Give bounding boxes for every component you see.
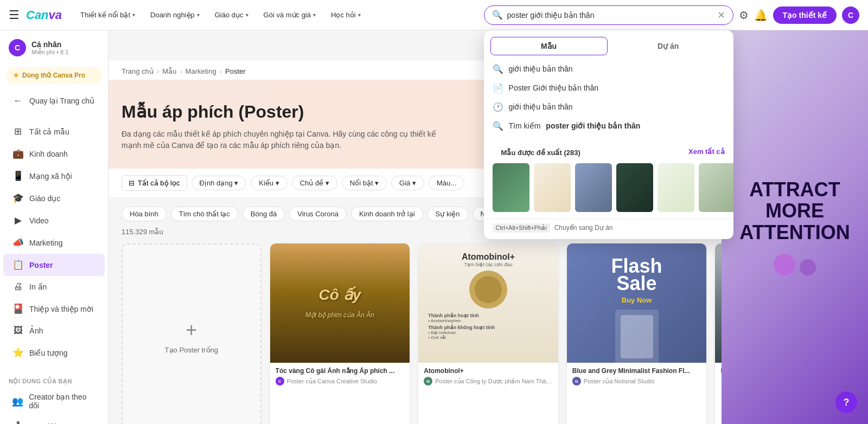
hero-description: Đa dạng các mẫu thiết kế áp phích chuyên… xyxy=(122,129,447,151)
suggestion-item-3[interactable]: 🕐 giới thiệu bản thân xyxy=(484,98,733,117)
sidebar-item-education[interactable]: 🎓 Giáo dục xyxy=(3,187,105,209)
sidebar-item-creator[interactable]: 👥 Creator bạn theo dõi xyxy=(3,387,105,415)
create-empty-card[interactable]: + Tạo Poster trống xyxy=(122,243,261,424)
sidebar-item-photos[interactable]: 🖼 Ảnh xyxy=(3,320,105,342)
sidebar-promo[interactable]: ★ Dùng thử Canva Pro xyxy=(7,67,101,83)
nav-giao-duc[interactable]: Giáo dục ▾ xyxy=(209,8,254,22)
tag-kinh-doanh[interactable]: Kinh doanh trở lại xyxy=(351,207,423,221)
dropdown-tab-mau[interactable]: Mẫu xyxy=(490,37,608,55)
sidebar-label-business: Kinh doanh xyxy=(29,150,68,158)
grid-icon: ⊞ xyxy=(12,126,24,137)
author-dot-co-ay: C xyxy=(276,377,284,386)
help-button[interactable]: ? xyxy=(835,391,857,413)
breadcrumb-current: Poster xyxy=(225,67,246,75)
card-author-flash: N Poster của Notisnal Studio xyxy=(572,377,701,386)
notification-icon[interactable]: 🔔 xyxy=(754,9,768,22)
icons-icon: ⭐ xyxy=(12,347,24,358)
thumb-5[interactable] xyxy=(658,163,694,212)
logo-text: Canva xyxy=(26,8,62,22)
filter-format[interactable]: Định dạng ▾ xyxy=(192,176,247,190)
see-all-link[interactable]: Xem tất cả xyxy=(688,147,725,156)
settings-icon[interactable]: ⚙ xyxy=(739,9,749,22)
filter-theme[interactable]: Chủ đề ▾ xyxy=(292,176,337,190)
filter-featured[interactable]: Nổi bật ▾ xyxy=(342,176,387,190)
sidebar-user-section: C Cá nhân Miễn phí • 8 1 xyxy=(0,30,108,65)
nav-thiet-ke[interactable]: Thiết kế nổi bật ▾ xyxy=(75,8,141,22)
poster-icon: 📋 xyxy=(12,259,24,271)
shortcut-label: Chuyển sang Dự án xyxy=(554,224,613,232)
sidebar-item-business[interactable]: 💼 Kinh doanh xyxy=(3,143,105,165)
nav-hoc-hoi[interactable]: Học hỏi ▾ xyxy=(326,8,366,22)
sidebar-label-photos: Ảnh xyxy=(29,326,43,335)
card-sub-co-ay: Poster của Canva Creative Studio xyxy=(287,378,378,385)
sidebar-item-create-team[interactable]: ➕ Tạo đội xyxy=(3,415,105,424)
sidebar-item-social[interactable]: 📱 Mạng xã hội xyxy=(3,165,105,187)
filter-price[interactable]: Giá ▾ xyxy=(391,176,424,190)
nav-goi-gia[interactable]: Gói và mức giá ▾ xyxy=(258,8,321,22)
template-img-drug: Atomobinol+ Tạm biệt các cơn đau Thành p… xyxy=(418,243,558,363)
search-bar[interactable]: 🔍 ✕ xyxy=(484,5,733,25)
creator-icon: 👥 xyxy=(12,396,23,407)
search-clear-icon[interactable]: ✕ xyxy=(717,9,725,21)
sidebar-item-icons[interactable]: ⭐ Biểu tượng xyxy=(3,342,105,364)
sidebar-item-print[interactable]: 🖨 In ấn xyxy=(3,276,105,298)
card-title-co-ay: Tóc vàng Cô gái Ánh nắng Áp phích ... xyxy=(276,367,405,375)
search-icon: 🔍 xyxy=(493,64,503,74)
tag-bong-da[interactable]: Bóng đá xyxy=(242,207,285,221)
tag-hoa-binh[interactable]: Hòa bình xyxy=(122,207,167,221)
chevron-down-icon: ▾ xyxy=(132,12,135,18)
card-info-flash: Blue and Grey Minimalist Fashion Fl... N… xyxy=(567,363,707,390)
suggestion-item-1[interactable]: 🔍 giới thiệu bản thân xyxy=(484,60,733,79)
sidebar-section-your-content: Nội dung của bạn xyxy=(0,372,108,387)
canva-logo[interactable]: Canva xyxy=(26,8,62,22)
chevron-down-icon: ▾ xyxy=(246,12,248,18)
card-title-flash: Blue and Grey Minimalist Fashion Fl... xyxy=(572,367,701,375)
suggestion-item-2[interactable]: 📄 Poster Giới thiệu bản thân xyxy=(484,79,733,98)
sidebar-label-poster: Poster xyxy=(29,261,53,269)
tag-virus[interactable]: Virus Corona xyxy=(289,207,347,221)
sidebar-item-poster[interactable]: 📋 Poster xyxy=(3,254,105,276)
sidebar-user-name: Cá nhân xyxy=(31,40,68,49)
top-navigation: ☰ Canva Thiết kế nổi bật ▾ Doanh nghiệp … xyxy=(0,0,868,30)
filter-style[interactable]: Kiểu ▾ xyxy=(251,176,287,190)
sidebar-item-cards[interactable]: 🎴 Thiệp và thiệp mời xyxy=(3,298,105,320)
hamburger-menu-icon[interactable]: ☰ xyxy=(9,8,20,22)
breadcrumb-sep-2: › xyxy=(180,67,182,75)
breadcrumb-marketing[interactable]: Marketing xyxy=(186,67,216,75)
template-card-co-ay[interactable]: Cô ấyMột bộ phim của Ân Ân Tóc vàng Cô g… xyxy=(270,243,410,424)
thumb-2[interactable] xyxy=(534,163,571,212)
thumb-1[interactable] xyxy=(493,163,529,212)
sidebar-back-home[interactable]: ← Quay lại Trang chủ xyxy=(3,90,105,112)
card-author-co-ay: C Poster của Canva Creative Studio xyxy=(276,377,405,386)
sidebar-item-all-templates[interactable]: ⊞ Tất cả mẫu xyxy=(3,120,105,143)
filter-color[interactable]: Màu... xyxy=(429,176,464,190)
search-input[interactable] xyxy=(507,11,717,20)
thumb-6[interactable] xyxy=(699,163,733,212)
sidebar-item-video[interactable]: ▶ Video xyxy=(3,209,105,232)
nav-doanh-nghiep[interactable]: Doanh nghiệp ▾ xyxy=(145,8,205,22)
breadcrumb-mau[interactable]: Mẫu xyxy=(162,67,176,75)
create-button[interactable]: Tạo thiết kế xyxy=(773,7,837,24)
user-avatar[interactable]: C xyxy=(842,7,859,24)
dropdown-tab-duan[interactable]: Dự án xyxy=(610,37,727,55)
card-info-drug: Atomobinol+ N Poster của Công ty Dược ph… xyxy=(418,363,558,390)
thumb-4[interactable] xyxy=(616,163,653,212)
template-card-drug[interactable]: Atomobinol+ Tạm biệt các cơn đau Thành p… xyxy=(418,243,558,424)
star-icon: ★ xyxy=(13,72,19,79)
template-card-flash[interactable]: FlashSale Buy Now Blue and Grey Minimali… xyxy=(567,243,707,424)
tag-su-kien[interactable]: Sự kiện xyxy=(427,207,468,221)
filter-all-button[interactable]: ⊟ Tất cả bộ lọc xyxy=(122,175,187,191)
suggestion-item-4[interactable]: 🔍 Tìm kiếm poster giới thiệu bản thân xyxy=(484,117,733,136)
tag-tim-cho[interactable]: Tìm chó thất lạc xyxy=(171,207,238,221)
suggestions-list: 🔍 giới thiệu bản thân 📄 Poster Giới thiệ… xyxy=(484,55,733,140)
topnav-right: 🔍 ✕ Mẫu Dự án 🔍 giới thiệu bản thân xyxy=(484,5,859,25)
sidebar: C Cá nhân Miễn phí • 8 1 ★ Dùng thử Canv… xyxy=(0,30,108,424)
suggestion-text-2: Poster Giới thiệu bản thân xyxy=(509,83,599,92)
sidebar-item-marketing[interactable]: 📣 Marketing xyxy=(3,232,105,254)
search-dropdown: Mẫu Dự án 🔍 giới thiệu bản thân 📄 Poster… xyxy=(484,30,733,239)
social-icon: 📱 xyxy=(12,170,24,182)
team-icon: ➕ xyxy=(12,421,24,424)
plus-icon: + xyxy=(186,319,197,342)
thumb-3[interactable] xyxy=(575,163,612,212)
breadcrumb-home[interactable]: Trang chủ xyxy=(122,67,154,75)
